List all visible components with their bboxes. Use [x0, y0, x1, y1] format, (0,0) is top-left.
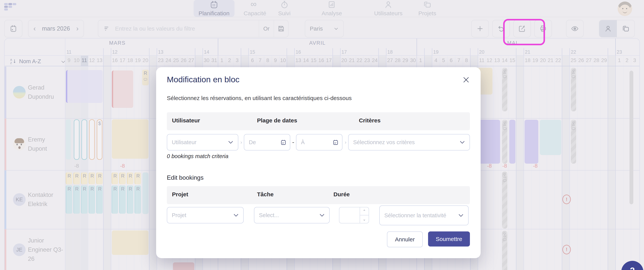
match-count-text: 0 bookings match criteria: [167, 153, 228, 159]
modal-subtitle: Sélectionnez les réservations, en utilis…: [167, 95, 352, 101]
chat-badge-count: 2: [630, 266, 635, 270]
chevron-down-icon: [233, 212, 239, 218]
tentative-select-placeholder: Sélectionner la tentativité: [380, 212, 458, 219]
modal-title: Modification en bloc: [167, 75, 240, 84]
bulk-edit-modal: Modification en bloc Sélectionnez les ré…: [156, 67, 480, 258]
chevron-down-icon: [458, 212, 464, 219]
column-header-user: Utilisateur: [172, 117, 200, 124]
project-select[interactable]: Projet: [167, 207, 244, 223]
edit-bookings-title: Edit bookings: [167, 174, 204, 181]
date-range-dash: -: [292, 139, 294, 146]
field-separator: ›: [240, 139, 242, 145]
select-section-header: Utilisateur Plage de dates Critères: [167, 112, 470, 130]
app-root: Planification∞CapacitéSuiviAnalyseUtilis…: [0, 0, 644, 270]
close-icon[interactable]: [462, 76, 470, 84]
criteria-select[interactable]: Sélectionnez vos critères: [348, 134, 470, 150]
cancel-button[interactable]: Annuler: [387, 232, 423, 247]
column-header-duration: Durée: [334, 191, 350, 198]
column-header-daterange: Plage de dates: [257, 117, 297, 124]
project-select-placeholder: Projet: [167, 212, 233, 219]
chevron-down-icon: [228, 139, 234, 145]
duration-stepper: ⌃ ⌄: [339, 207, 369, 223]
chevron-down-icon: [319, 212, 325, 218]
task-select-placeholder: Select...: [254, 212, 319, 219]
column-header-criteria: Critères: [359, 117, 380, 124]
duration-increment-icon[interactable]: ⌃: [360, 207, 369, 215]
tentative-select[interactable]: Sélectionner la tentativité: [379, 206, 468, 225]
annotation-highlight-box: [503, 19, 545, 45]
date-to-input[interactable]: À: [296, 134, 342, 150]
submit-button[interactable]: Soumettre: [428, 232, 470, 247]
criteria-select-placeholder: Sélectionnez vos critères: [348, 139, 459, 146]
edit-section-header: Projet Tâche Durée: [167, 186, 470, 204]
user-select[interactable]: Utilisateur: [167, 134, 238, 150]
date-from-input[interactable]: De: [244, 134, 290, 150]
duration-decrement-icon[interactable]: ⌄: [360, 215, 369, 223]
column-header-project: Projet: [172, 191, 188, 198]
date-to-placeholder: À: [296, 139, 332, 146]
calendar-icon: [280, 139, 286, 146]
chevron-down-icon: [459, 139, 465, 145]
user-select-placeholder: Utilisateur: [167, 139, 228, 146]
date-from-placeholder: De: [244, 139, 280, 146]
column-header-task: Tâche: [257, 191, 274, 198]
task-select[interactable]: Select...: [254, 207, 330, 223]
duration-input[interactable]: [340, 207, 360, 223]
field-separator: ›: [345, 139, 346, 145]
calendar-icon: [332, 139, 339, 146]
